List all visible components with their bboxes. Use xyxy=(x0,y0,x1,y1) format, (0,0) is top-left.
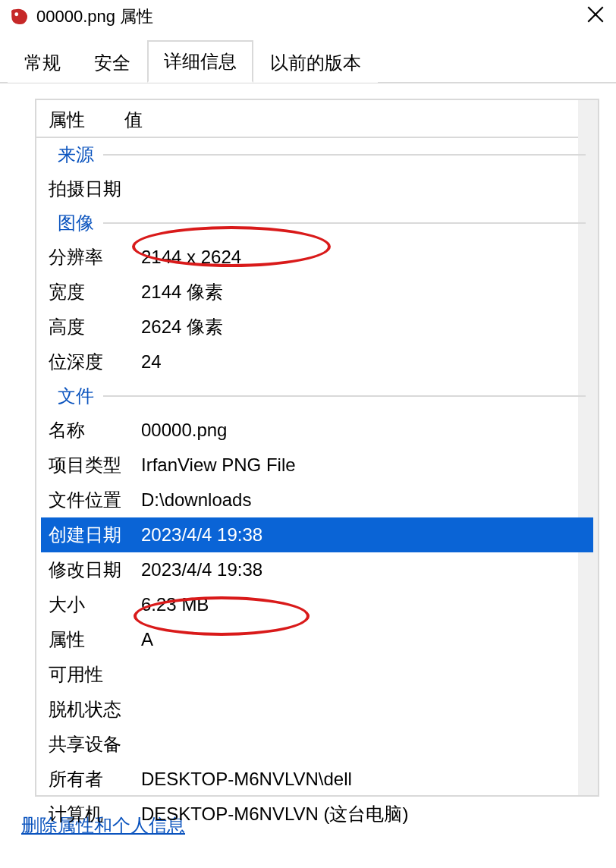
prop-value: IrfanView PNG File xyxy=(141,453,586,477)
prop-value: 2144 x 2624 xyxy=(141,245,586,269)
prop-label: 文件位置 xyxy=(49,488,141,512)
group-label: 图像 xyxy=(58,211,94,235)
prop-value: 2624 像素 xyxy=(141,315,586,339)
details-panel: 属性 值 来源 拍摄日期 图像 分辨率 2144 x 2624 宽度 2144 … xyxy=(35,99,599,797)
row-owner[interactable]: 所有者 DESKTOP-M6NVLVN\dell xyxy=(36,762,598,797)
prop-label: 所有者 xyxy=(49,767,141,791)
prop-value: 2023/4/4 19:38 xyxy=(141,523,586,547)
tab-details[interactable]: 详细信息 xyxy=(147,40,253,83)
prop-value: 6.23 MB xyxy=(141,593,586,617)
prop-value: 24 xyxy=(141,350,586,374)
group-header-image: 图像 xyxy=(36,206,598,240)
group-divider xyxy=(103,395,586,397)
prop-label: 分辨率 xyxy=(49,245,141,269)
tab-general[interactable]: 常规 xyxy=(8,42,77,83)
prop-label: 宽度 xyxy=(49,280,141,304)
close-button[interactable] xyxy=(574,5,610,29)
column-headers: 属性 值 xyxy=(36,100,598,138)
prop-value: 00000.png xyxy=(141,418,586,442)
prop-label: 脱机状态 xyxy=(49,697,141,722)
prop-label: 创建日期 xyxy=(49,523,141,547)
prop-label: 位深度 xyxy=(49,350,141,374)
row-shared-with[interactable]: 共享设备 xyxy=(36,727,598,762)
row-item-type[interactable]: 项目类型 IrfanView PNG File xyxy=(36,448,598,483)
titlebar: 00000.png 属性 xyxy=(0,0,616,33)
header-value[interactable]: 值 xyxy=(120,108,586,132)
group-divider xyxy=(103,222,586,224)
group-divider xyxy=(103,154,586,156)
row-width[interactable]: 宽度 2144 像素 xyxy=(36,275,598,310)
row-folder-path[interactable]: 文件位置 D:\downloads xyxy=(36,483,598,517)
tab-previous-versions[interactable]: 以前的版本 xyxy=(253,42,378,83)
prop-value: A xyxy=(141,627,586,652)
row-name[interactable]: 名称 00000.png xyxy=(36,413,598,448)
group-header-origin: 来源 xyxy=(36,138,598,171)
row-resolution[interactable]: 分辨率 2144 x 2624 xyxy=(36,240,598,275)
prop-label: 可用性 xyxy=(49,662,141,687)
window-title: 00000.png 属性 xyxy=(36,5,574,28)
row-attributes[interactable]: 属性 A xyxy=(36,622,598,657)
row-offline-status[interactable]: 脱机状态 xyxy=(36,692,598,727)
row-height[interactable]: 高度 2624 像素 xyxy=(36,310,598,344)
prop-value: 2023/4/4 19:38 xyxy=(141,558,586,582)
row-date-modified[interactable]: 修改日期 2023/4/4 19:38 xyxy=(36,552,598,587)
prop-value: DESKTOP-M6NVLVN (这台电脑) xyxy=(141,802,586,826)
prop-label: 高度 xyxy=(49,315,141,339)
prop-label: 大小 xyxy=(49,593,141,617)
prop-value xyxy=(141,662,586,687)
svg-point-0 xyxy=(14,12,18,16)
app-icon xyxy=(9,7,29,27)
properties-list: 来源 拍摄日期 图像 分辨率 2144 x 2624 宽度 2144 像素 高度… xyxy=(36,138,598,832)
prop-value: 2144 像素 xyxy=(141,280,586,304)
row-availability[interactable]: 可用性 xyxy=(36,657,598,692)
prop-value xyxy=(141,732,586,756)
row-date-taken[interactable]: 拍摄日期 xyxy=(36,171,598,206)
prop-label: 属性 xyxy=(49,627,141,652)
prop-value xyxy=(141,177,586,201)
row-bit-depth[interactable]: 位深度 24 xyxy=(36,344,598,379)
header-property[interactable]: 属性 xyxy=(49,108,120,132)
prop-label: 名称 xyxy=(49,418,141,442)
tab-security[interactable]: 安全 xyxy=(77,42,147,83)
prop-label: 计算机 xyxy=(49,802,141,826)
row-computer[interactable]: 计算机 DESKTOP-M6NVLVN (这台电脑) xyxy=(36,797,598,832)
group-label: 来源 xyxy=(58,143,94,167)
row-size[interactable]: 大小 6.23 MB xyxy=(36,587,598,622)
prop-label: 拍摄日期 xyxy=(49,177,141,201)
prop-label: 修改日期 xyxy=(49,558,141,582)
tab-strip: 常规 安全 详细信息 以前的版本 xyxy=(0,33,616,82)
group-label: 文件 xyxy=(58,384,94,408)
close-icon xyxy=(586,5,605,24)
prop-label: 项目类型 xyxy=(49,453,141,477)
group-header-file: 文件 xyxy=(36,379,598,413)
prop-label: 共享设备 xyxy=(49,732,141,756)
prop-value: DESKTOP-M6NVLVN\dell xyxy=(141,767,586,791)
prop-value: D:\downloads xyxy=(141,488,586,512)
row-date-created[interactable]: 创建日期 2023/4/4 19:38 xyxy=(41,517,593,552)
prop-value xyxy=(141,697,586,722)
